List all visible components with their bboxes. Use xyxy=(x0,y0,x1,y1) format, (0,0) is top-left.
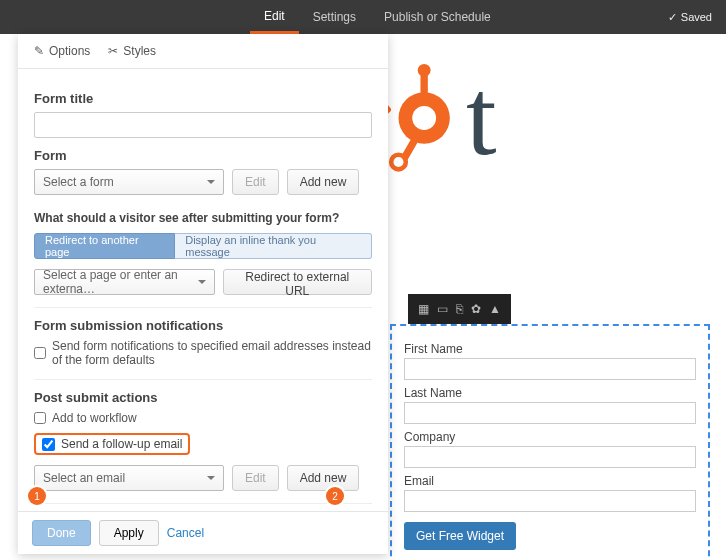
gear-icon[interactable]: ✿ xyxy=(471,302,481,316)
preview-toolbar[interactable]: ▦ ▭ ⎘ ✿ ▲ xyxy=(408,294,511,324)
form-label: Form xyxy=(34,148,372,163)
email-select[interactable]: Select an email xyxy=(34,465,224,491)
scissors-icon: ✂ xyxy=(108,44,118,58)
pencil-icon: ✎ xyxy=(34,44,44,58)
field-label-firstname: First Name xyxy=(404,342,696,356)
copy-icon[interactable]: ⎘ xyxy=(456,302,463,316)
form-select[interactable]: Select a form xyxy=(34,169,224,195)
redirect-external-button[interactable]: Redirect to external URL xyxy=(223,269,373,295)
apply-button[interactable]: Apply xyxy=(99,520,159,546)
saved-indicator: ✓ Saved xyxy=(668,0,712,34)
tab-settings[interactable]: Settings xyxy=(299,0,370,34)
svg-point-1 xyxy=(412,106,436,130)
cancel-link[interactable]: Cancel xyxy=(167,526,204,540)
svg-point-3 xyxy=(418,63,431,76)
svg-point-7 xyxy=(391,154,406,169)
panel-body: Form title Form Select a form Edit Add n… xyxy=(18,69,388,511)
panel-tab-options[interactable]: ✎ Options xyxy=(34,44,90,58)
panel-tab-options-label: Options xyxy=(49,44,90,58)
email-edit-button[interactable]: Edit xyxy=(232,465,279,491)
notifications-check-row[interactable]: Send form notifications to specified ema… xyxy=(34,339,372,367)
first-name-input[interactable] xyxy=(404,358,696,380)
followup-checkbox[interactable] xyxy=(42,438,55,451)
form-preview[interactable]: ▦ ▭ ⎘ ✿ ▲ First Name Last Name Company E… xyxy=(390,324,710,560)
image-icon[interactable]: ▦ xyxy=(418,302,429,316)
email-input[interactable] xyxy=(404,490,696,512)
seg-redirect[interactable]: Redirect to another page xyxy=(34,233,175,259)
post-submit-question: What should a visitor see after submitti… xyxy=(34,211,372,225)
user-icon[interactable]: ▲ xyxy=(489,302,501,316)
email-addnew-button[interactable]: Add new xyxy=(287,465,360,491)
form-edit-button[interactable]: Edit xyxy=(232,169,279,195)
post-actions-label: Post submit actions xyxy=(34,390,372,405)
editor-panel: ✎ Options ✂ Styles Form title Form Selec… xyxy=(18,34,388,554)
saved-label: Saved xyxy=(681,11,712,23)
workflow-check-row[interactable]: Add to workflow xyxy=(34,411,372,425)
page-icon[interactable]: ▭ xyxy=(437,302,448,316)
last-name-input[interactable] xyxy=(404,402,696,424)
tab-publish[interactable]: Publish or Schedule xyxy=(370,0,505,34)
panel-tab-styles[interactable]: ✂ Styles xyxy=(108,44,156,58)
notifications-label: Form submission notifications xyxy=(34,318,372,333)
logo-letter: t xyxy=(466,54,497,181)
form-title-label: Form title xyxy=(34,91,372,106)
badge-1: 1 xyxy=(28,487,46,505)
field-label-email: Email xyxy=(404,474,696,488)
notifications-check-label: Send form notifications to specified ema… xyxy=(52,339,372,367)
post-submit-segment: Redirect to another page Display an inli… xyxy=(34,233,372,259)
panel-footer: Done Apply Cancel xyxy=(18,511,388,554)
field-label-company: Company xyxy=(404,430,696,444)
notifications-checkbox[interactable] xyxy=(34,347,46,359)
followup-highlight: Send a follow-up email xyxy=(34,433,190,455)
form-title-input[interactable] xyxy=(34,112,372,138)
workflow-check-label: Add to workflow xyxy=(52,411,137,425)
panel-tab-styles-label: Styles xyxy=(123,44,156,58)
redirect-page-select[interactable]: Select a page or enter an externa… xyxy=(34,269,215,295)
panel-tabs: ✎ Options ✂ Styles xyxy=(18,34,388,69)
tab-edit[interactable]: Edit xyxy=(250,0,299,34)
field-label-lastname: Last Name xyxy=(404,386,696,400)
done-button[interactable]: Done xyxy=(32,520,91,546)
check-icon: ✓ xyxy=(668,11,677,24)
cta-button[interactable]: Get Free Widget xyxy=(404,522,516,550)
seg-inline-message[interactable]: Display an inline thank you message xyxy=(175,233,372,259)
top-nav: Edit Settings Publish or Schedule ✓ Save… xyxy=(0,0,726,34)
form-addnew-button[interactable]: Add new xyxy=(287,169,360,195)
badge-2: 2 xyxy=(326,487,344,505)
followup-check-label: Send a follow-up email xyxy=(61,437,182,451)
workflow-checkbox[interactable] xyxy=(34,412,46,424)
company-input[interactable] xyxy=(404,446,696,468)
